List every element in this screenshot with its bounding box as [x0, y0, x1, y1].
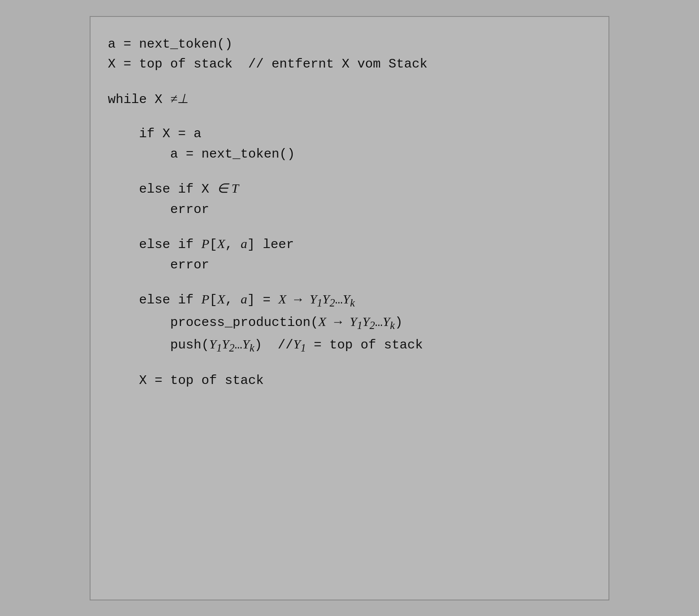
blank-4 — [108, 219, 591, 234]
blank-3 — [108, 164, 591, 178]
line-1: a = next_token() — [108, 34, 591, 55]
line-process-production: process_production(X → Y1Y2…Yk) — [108, 312, 591, 334]
line-else-if-production: else if P[X, a] = X → Y1Y2…Yk — [108, 289, 591, 312]
line-2: X = top of stack // entfernt X vom Stack — [108, 54, 591, 74]
line-error-1: error — [108, 200, 591, 220]
line-push: push(Y1Y2…Yk) //Y1 = top of stack — [108, 334, 591, 357]
blank-6 — [108, 356, 591, 371]
line-else-if-T: else if X ∈ T — [108, 178, 591, 200]
line-error-2: error — [108, 255, 591, 275]
code-block: a = next_token() X = top of stack // ent… — [90, 16, 609, 600]
blank-5 — [108, 275, 591, 289]
line-x-top-of-stack: X = top of stack — [108, 371, 591, 391]
line-while: while X ≠⊥ — [108, 89, 591, 110]
line-a-next-token: a = next_token() — [108, 144, 591, 164]
blank-1 — [108, 74, 591, 89]
line-else-if-leer: else if P[X, a] leer — [108, 234, 591, 255]
blank-2 — [108, 110, 591, 124]
line-if-x-eq-a: if X = a — [108, 124, 591, 144]
